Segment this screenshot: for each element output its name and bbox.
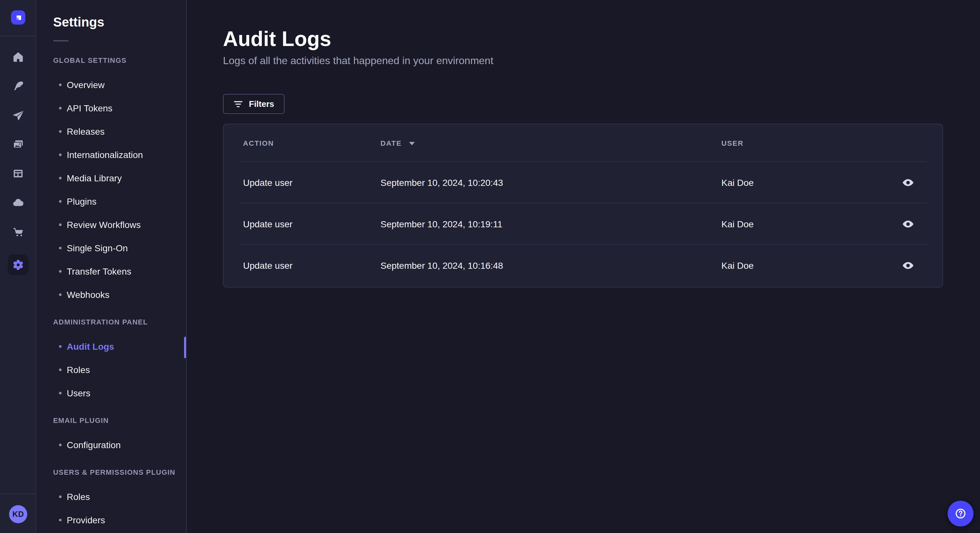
eye-icon [902, 259, 915, 272]
sidebar-item-label: Transfer Tokens [67, 266, 131, 276]
bullet-icon [59, 177, 62, 179]
sidebar-item-label: Configuration [67, 440, 121, 450]
sidebar-item-configuration[interactable]: Configuration [37, 433, 186, 457]
page-title: Audit Logs [223, 26, 331, 52]
bullet-icon [59, 200, 62, 203]
cart-icon[interactable] [11, 225, 24, 238]
layout-icon[interactable] [11, 167, 24, 180]
sidebar-item-internationalization[interactable]: Internationalization [37, 143, 186, 167]
feather-icon[interactable] [11, 80, 24, 93]
home-icon[interactable] [11, 51, 24, 63]
sidebar-item-label: API Tokens [67, 103, 113, 113]
cell-date: September 10, 2024, 10:19:11 [380, 203, 502, 245]
sidebar-item-label: Overview [67, 80, 105, 90]
table-row: Update userSeptember 10, 2024, 10:20:43K… [224, 162, 942, 203]
cell-user: Kai Doe [721, 245, 754, 286]
bullet-icon [59, 293, 62, 296]
bullet-icon [59, 392, 62, 394]
bullet-icon [59, 368, 62, 371]
bullet-icon [59, 519, 62, 521]
sidebar-item-roles[interactable]: Roles [37, 358, 186, 381]
sidebar-item-webhooks[interactable]: Webhooks [37, 283, 186, 306]
table-body: Update userSeptember 10, 2024, 10:20:43K… [224, 162, 942, 286]
main-content: Audit Logs Logs of all the activities th… [187, 0, 980, 533]
sidebar-item-overview[interactable]: Overview [37, 73, 186, 97]
sidebar-item-media-library[interactable]: Media Library [37, 167, 186, 190]
rail-icon-list [0, 36, 36, 275]
sidebar-item-plugins[interactable]: Plugins [37, 190, 186, 213]
filter-icon [233, 100, 243, 108]
user-avatar[interactable]: KD [9, 505, 27, 523]
media-library-icon[interactable] [11, 138, 24, 151]
help-button[interactable] [948, 501, 974, 527]
bullet-icon [59, 154, 62, 156]
bullet-icon [59, 224, 62, 226]
title-divider [53, 40, 69, 41]
settings-gear-icon[interactable] [8, 254, 28, 275]
sidebar-item-single-sign-on[interactable]: Single Sign-On [37, 236, 186, 260]
sidebar-item-label: Plugins [67, 196, 97, 206]
sidebar-item-audit-logs[interactable]: Audit Logs [37, 335, 186, 358]
cell-action: Update user [243, 203, 293, 245]
eye-icon [902, 176, 915, 189]
eye-icon [902, 217, 915, 230]
cell-user: Kai Doe [721, 203, 754, 245]
cell-date: September 10, 2024, 10:16:48 [380, 245, 503, 286]
sidebar-item-releases[interactable]: Releases [37, 120, 186, 143]
bullet-icon [59, 270, 62, 273]
question-mark-icon [954, 507, 967, 520]
bullet-icon [59, 107, 62, 109]
sidebar-section-administration-panel: ADMINISTRATION PANEL [37, 317, 186, 327]
table-header-row: ACTION DATE USER [224, 124, 942, 162]
table-row: Update userSeptember 10, 2024, 10:19:11K… [224, 203, 942, 245]
sidebar-item-roles[interactable]: Roles [37, 485, 186, 508]
main-nav-rail: KD [0, 0, 36, 533]
cell-action: Update user [243, 245, 293, 286]
bullet-icon [59, 84, 62, 86]
sidebar-item-providers[interactable]: Providers [37, 508, 186, 532]
sidebar-item-users[interactable]: Users [37, 381, 186, 405]
bullet-icon [59, 130, 62, 133]
sidebar-item-label: Single Sign-On [67, 243, 128, 253]
cell-action: Update user [243, 162, 293, 203]
filters-button[interactable]: Filters [223, 94, 285, 114]
paper-plane-icon[interactable] [11, 109, 24, 122]
cloud-icon[interactable] [11, 196, 24, 209]
sidebar-section-items: Audit LogsRolesUsers [37, 335, 186, 405]
column-header-date[interactable]: DATE [380, 124, 415, 162]
bullet-icon [59, 495, 62, 498]
column-header-user: USER [721, 124, 743, 162]
table-row: Update userSeptember 10, 2024, 10:16:48K… [224, 245, 942, 286]
sidebar-section-users-permissions-plugin: USERS & PERMISSIONS PLUGIN [37, 467, 186, 477]
strapi-logo-glyph [13, 13, 23, 22]
sidebar-item-label: Review Workflows [67, 219, 141, 230]
settings-subnav: Settings GLOBAL SETTINGSOverviewAPI Toke… [37, 0, 187, 533]
sidebar-item-label: Providers [67, 515, 105, 525]
audit-logs-table: ACTION DATE USER Update userSeptember 10… [223, 124, 943, 287]
sidebar-item-label: Internationalization [67, 150, 143, 160]
active-item-indicator [184, 337, 186, 358]
sidebar-section-email-plugin: EMAIL PLUGIN [37, 415, 186, 425]
sidebar-item-label: Users [67, 388, 91, 398]
sidebar-item-api-tokens[interactable]: API Tokens [37, 97, 186, 120]
cell-date: September 10, 2024, 10:20:43 [380, 162, 503, 203]
sidebar-item-label: Webhooks [67, 289, 110, 300]
subnav-sections: GLOBAL SETTINGSOverviewAPI TokensRelease… [37, 55, 186, 533]
view-log-button[interactable] [900, 216, 916, 232]
sidebar-item-review-workflows[interactable]: Review Workflows [37, 213, 186, 236]
view-log-button[interactable] [900, 258, 916, 273]
sidebar-item-label: Audit Logs [67, 341, 114, 352]
sidebar-section-items: Configuration [37, 433, 186, 457]
sidebar-item-label: Releases [67, 126, 105, 136]
sidebar-item-transfer-tokens[interactable]: Transfer Tokens [37, 260, 186, 283]
bullet-icon [59, 345, 62, 348]
rail-divider [0, 493, 36, 494]
page-subtitle: Logs of all the activities that happened… [223, 54, 493, 67]
sort-desc-icon [408, 141, 415, 145]
bullet-icon [59, 444, 62, 446]
strapi-logo[interactable] [11, 10, 25, 25]
filters-button-label: Filters [249, 99, 274, 109]
sidebar-section-global-settings: GLOBAL SETTINGS [37, 55, 186, 65]
column-header-action: ACTION [243, 124, 274, 162]
view-log-button[interactable] [900, 175, 916, 190]
